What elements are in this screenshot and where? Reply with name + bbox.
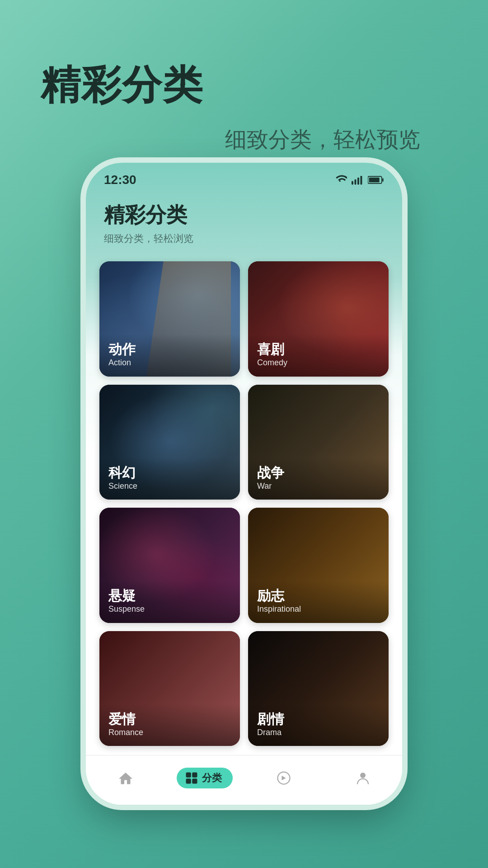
nav-item-categories[interactable]: 分类 <box>165 768 244 788</box>
category-en-science: Science <box>108 481 231 491</box>
category-cn-science: 科幻 <box>108 465 231 481</box>
category-cn-drama: 剧情 <box>257 711 380 727</box>
svg-rect-1 <box>352 181 353 184</box>
svg-rect-10 <box>186 778 191 783</box>
phone-frame: 12:30 <box>86 163 402 805</box>
category-card-romance[interactable]: 爱情 Romance <box>99 631 240 746</box>
status-time: 12:30 <box>104 173 136 187</box>
video-icon <box>276 770 292 786</box>
svg-rect-6 <box>382 178 384 182</box>
categories-grid: 动作 Action 喜剧 Comedy 科幻 <box>86 252 402 755</box>
category-cn-comedy: 喜剧 <box>257 341 380 358</box>
category-en-inspirational: Inspirational <box>257 604 380 614</box>
nav-item-profile[interactable] <box>323 770 402 786</box>
category-en-war: War <box>257 481 380 491</box>
svg-rect-2 <box>355 179 357 184</box>
category-en-suspense: Suspense <box>108 604 231 614</box>
svg-rect-11 <box>192 778 197 783</box>
category-card-science[interactable]: 科幻 Science <box>99 385 240 500</box>
wifi-icon <box>334 175 347 185</box>
svg-rect-4 <box>361 175 362 184</box>
category-cn-action: 动作 <box>108 341 231 358</box>
category-cn-war: 战争 <box>257 465 380 481</box>
app-header-title: 精彩分类 <box>104 201 384 229</box>
category-card-drama[interactable]: 剧情 Drama <box>248 631 389 746</box>
category-card-suspense[interactable]: 悬疑 Suspense <box>99 508 240 623</box>
svg-rect-8 <box>186 772 191 777</box>
category-en-action: Action <box>108 358 231 368</box>
phone-wrapper: 12:30 <box>86 163 402 805</box>
category-en-romance: Romance <box>108 727 231 738</box>
category-cn-romance: 爱情 <box>108 711 231 727</box>
status-icons <box>334 175 384 185</box>
category-card-war[interactable]: 战争 War <box>248 385 389 500</box>
nav-item-video[interactable] <box>244 770 323 786</box>
app-header: 精彩分类 细致分类，轻松浏览 <box>86 192 402 252</box>
app-header-subtitle: 细致分类，轻松浏览 <box>104 232 384 245</box>
home-icon <box>117 770 134 786</box>
page-hero-subtitle: 细致分类，轻松预览 <box>41 125 447 154</box>
svg-rect-3 <box>357 177 359 184</box>
page-hero-title: 精彩分类 <box>41 63 447 107</box>
category-card-comedy[interactable]: 喜剧 Comedy <box>248 261 389 377</box>
signal-icon <box>352 175 363 185</box>
status-bar: 12:30 <box>86 163 402 192</box>
profile-icon <box>355 770 371 786</box>
battery-icon <box>368 175 384 185</box>
svg-point-13 <box>360 773 366 778</box>
category-en-comedy: Comedy <box>257 358 380 368</box>
categories-nav-label: 分类 <box>202 771 222 785</box>
nav-item-home[interactable] <box>86 770 165 786</box>
category-card-inspirational[interactable]: 励志 Inspirational <box>248 508 389 623</box>
category-card-action[interactable]: 动作 Action <box>99 261 240 377</box>
svg-rect-9 <box>192 772 197 777</box>
category-cn-suspense: 悬疑 <box>108 588 231 604</box>
bottom-nav: 分类 <box>86 755 402 805</box>
categories-icon <box>185 771 198 785</box>
svg-rect-7 <box>369 177 380 182</box>
page-title-area: 精彩分类 细致分类，轻松预览 <box>0 0 488 168</box>
svg-point-0 <box>339 180 341 181</box>
category-cn-inspirational: 励志 <box>257 588 380 604</box>
category-en-drama: Drama <box>257 727 380 738</box>
